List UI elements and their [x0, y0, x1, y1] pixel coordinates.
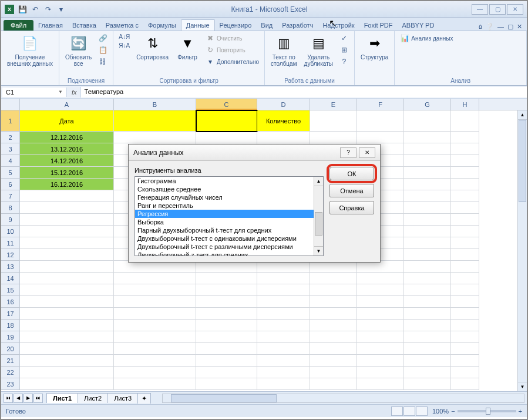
cell[interactable] — [310, 296, 357, 308]
cell[interactable] — [114, 320, 196, 331]
cell[interactable] — [114, 343, 196, 355]
cell[interactable] — [404, 202, 451, 214]
cell[interactable]: 13.12.2016 — [20, 143, 114, 155]
cell[interactable] — [196, 132, 257, 143]
cell[interactable]: 12.12.2016 — [20, 132, 114, 143]
view-pagebreak-button[interactable] — [416, 406, 428, 416]
cell[interactable] — [357, 331, 404, 343]
analysis-tool-item[interactable]: Выборка — [135, 218, 323, 226]
cell[interactable] — [310, 284, 357, 296]
cell[interactable] — [357, 296, 404, 308]
cell[interactable] — [404, 143, 451, 155]
zoom-in-button[interactable]: + — [519, 408, 522, 415]
row-header[interactable]: 1 — [1, 110, 20, 132]
tab-file[interactable]: Файл — [4, 20, 33, 31]
cell[interactable] — [114, 132, 196, 143]
cell[interactable] — [451, 273, 479, 284]
tab-review[interactable]: Рецензиро — [215, 20, 257, 31]
sheet-nav-next[interactable]: ▶ — [23, 394, 33, 403]
reapply-button[interactable]: ↻Повторить — [204, 45, 261, 55]
cell[interactable] — [451, 202, 479, 214]
maximize-button[interactable]: ▢ — [489, 4, 506, 15]
cell[interactable] — [310, 261, 357, 273]
tab-addins[interactable]: Надстройк — [318, 20, 359, 31]
analysis-tool-item[interactable]: Генерация случайных чисел — [135, 193, 323, 201]
cell[interactable] — [20, 237, 114, 249]
cell[interactable] — [20, 367, 114, 378]
cell[interactable] — [196, 110, 257, 132]
cell[interactable] — [451, 155, 479, 167]
qat-dropdown-icon[interactable]: ▾ — [55, 4, 67, 15]
zoom-level[interactable]: 100% — [432, 408, 449, 415]
cell[interactable] — [451, 367, 479, 378]
analysis-tool-item[interactable]: Двухвыборочный t-тест с одинаковыми дисп… — [135, 234, 323, 243]
cell[interactable] — [257, 378, 310, 390]
cell[interactable] — [310, 355, 357, 367]
cell[interactable] — [451, 179, 479, 190]
cell[interactable] — [404, 367, 451, 378]
cell[interactable] — [257, 132, 310, 143]
cell[interactable] — [451, 110, 479, 132]
row-header[interactable]: 3 — [1, 143, 20, 155]
new-sheet-button[interactable]: ✦ — [137, 393, 151, 404]
cell[interactable] — [310, 273, 357, 284]
cell[interactable] — [114, 110, 196, 132]
cell[interactable] — [404, 110, 451, 132]
col-header-h[interactable]: H — [451, 99, 479, 110]
cell[interactable] — [114, 261, 196, 273]
cell[interactable] — [451, 237, 479, 249]
cell[interactable] — [196, 331, 257, 343]
tab-data[interactable]: Данные — [181, 19, 215, 31]
cell[interactable] — [451, 331, 479, 343]
cell[interactable] — [404, 378, 451, 390]
cell[interactable] — [310, 110, 357, 132]
cell[interactable] — [257, 284, 310, 296]
cell[interactable] — [310, 320, 357, 331]
analysis-tools-listbox[interactable]: ГистограммаСкользящее среднееГенерация с… — [134, 176, 324, 256]
analysis-tool-item[interactable]: Двухвыборочный z-тест для средних — [135, 251, 323, 256]
col-header-f[interactable]: F — [357, 99, 404, 110]
cell[interactable] — [310, 132, 357, 143]
list-scroll-up[interactable]: ▲ — [314, 177, 323, 186]
edit-links-button[interactable]: ⛓ — [96, 56, 109, 67]
dialog-titlebar[interactable]: Анализ данных ? ✕ — [129, 145, 380, 161]
col-header-e[interactable]: E — [310, 99, 357, 110]
cell[interactable] — [404, 226, 451, 237]
connections-button[interactable]: 🔗 — [96, 33, 109, 43]
cell[interactable] — [257, 261, 310, 273]
cell[interactable] — [114, 296, 196, 308]
row-header[interactable]: 17 — [1, 308, 20, 320]
horizontal-scrollbar[interactable] — [162, 394, 524, 403]
col-header-a[interactable]: A — [20, 99, 114, 110]
col-header-g[interactable]: G — [404, 99, 451, 110]
cell[interactable] — [20, 190, 114, 202]
row-header[interactable]: 10 — [1, 226, 20, 237]
name-box[interactable]: C1 ▼ — [2, 88, 67, 97]
clear-filter-button[interactable]: ✖Очистить — [204, 33, 261, 43]
cell[interactable]: Количество — [257, 110, 310, 132]
cell[interactable] — [310, 308, 357, 320]
cell[interactable] — [310, 367, 357, 378]
col-header-b[interactable]: B — [114, 99, 196, 110]
row-header[interactable]: 19 — [1, 331, 20, 343]
vertical-scrollbar[interactable]: ▲ ▼ — [517, 110, 527, 391]
cell[interactable] — [451, 284, 479, 296]
cell[interactable] — [404, 343, 451, 355]
cell[interactable] — [357, 132, 404, 143]
sheet-nav-last[interactable]: ⏭ — [33, 394, 43, 403]
cell[interactable] — [20, 249, 114, 261]
dialog-help-button[interactable]: ? — [340, 147, 357, 158]
cell[interactable] — [404, 331, 451, 343]
analysis-tool-item[interactable]: Регрессия — [135, 210, 323, 218]
cell[interactable] — [451, 320, 479, 331]
tab-view[interactable]: Вид — [256, 20, 277, 31]
advanced-filter-button[interactable]: ▾Дополнительно — [204, 56, 261, 67]
cell[interactable] — [257, 343, 310, 355]
tab-formulas[interactable]: Формулы — [143, 20, 181, 31]
scroll-thumb[interactable] — [519, 120, 526, 202]
analysis-tool-item[interactable]: Скользящее среднее — [135, 185, 323, 193]
cell[interactable] — [357, 284, 404, 296]
row-header[interactable]: 20 — [1, 343, 20, 355]
row-header[interactable]: 7 — [1, 190, 20, 202]
cell[interactable] — [257, 320, 310, 331]
